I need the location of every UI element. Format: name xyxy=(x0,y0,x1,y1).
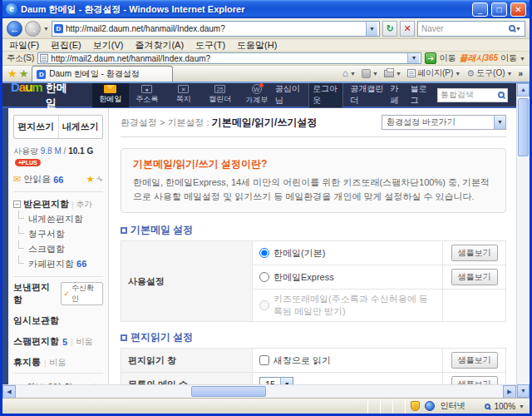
menu-help[interactable]: 도움말(H) xyxy=(237,39,277,52)
url-text[interactable]: http://mail2.daum.net/hanmail/Index.daum… xyxy=(66,24,363,33)
page-menu-button[interactable]: 페이지(P)▼ xyxy=(407,67,461,79)
collapse-icon[interactable]: − xyxy=(13,201,21,208)
daum-logo[interactable]: Daum 한메일 xyxy=(11,83,67,111)
select-dropdown-icon[interactable]: ▼ xyxy=(280,378,293,384)
feeds-button[interactable]: ▼ xyxy=(362,69,378,78)
checkbox-read-new-window[interactable] xyxy=(259,355,269,365)
search-icon[interactable] xyxy=(509,25,515,32)
menu-edit[interactable]: 편집(E) xyxy=(51,39,81,52)
scroll-left-arrow[interactable]: ◀ xyxy=(2,385,16,398)
flash365-action[interactable]: 이동 xyxy=(500,52,517,64)
link-blog[interactable]: 블로그 xyxy=(411,83,431,106)
sample-view-button[interactable]: 샘플보기 xyxy=(451,352,498,369)
security-shield-icon[interactable]: ! xyxy=(411,401,420,411)
tools-menu-button[interactable]: ⚙도구(O)▼ xyxy=(466,67,512,79)
vscroll-track[interactable] xyxy=(517,97,530,384)
menu-view[interactable]: 보기(V) xyxy=(93,39,124,52)
shortcut-dropdown-icon[interactable]: ▼ xyxy=(494,116,505,129)
search-options-icon[interactable]: ▼ xyxy=(515,26,521,32)
empty-spam-link[interactable]: 비움 xyxy=(76,336,92,348)
mail-count-select[interactable]: 15 ▼ xyxy=(259,377,293,384)
maximize-button[interactable]: □ xyxy=(491,2,507,17)
forward-button[interactable]: → xyxy=(25,21,41,37)
refresh-button[interactable]: ↻ xyxy=(382,21,397,37)
folder-trash[interactable]: 휴지통 | 비움 xyxy=(13,352,103,373)
checkbox-label[interactable]: 새창으로 읽기 xyxy=(273,354,331,367)
sample-view-button[interactable]: 샘플보기 xyxy=(451,269,498,285)
plus-badge[interactable]: +PLUS xyxy=(15,159,41,166)
nav-addressbook[interactable]: ● 주소록 xyxy=(129,83,165,107)
go-label[interactable]: 이동 xyxy=(439,52,456,64)
empty-trash-link[interactable]: 비움 xyxy=(49,357,66,369)
browser-search-value[interactable]: Naver xyxy=(421,24,509,33)
user-nickname[interactable]: 공심이님 xyxy=(275,83,302,106)
hscroll-thumb[interactable] xyxy=(191,386,266,397)
write-to-me-button[interactable]: 내게쓰기 xyxy=(59,116,103,138)
link-cafe[interactable]: 카페 xyxy=(390,83,403,106)
folder-draft[interactable]: 임시보관함 xyxy=(13,310,103,331)
home-button[interactable]: ⌂▼ xyxy=(342,67,356,79)
menu-file[interactable]: 파일(F) xyxy=(9,39,39,52)
attachment-filter-icon[interactable]: ✂ xyxy=(94,174,105,186)
page-menu-label[interactable]: 페이지(P) xyxy=(417,67,453,79)
nav-cashbook[interactable]: W 가계부 xyxy=(239,83,275,107)
radio-hanmail-basic[interactable] xyxy=(259,248,269,258)
zoom-dropdown-icon[interactable]: ▼ xyxy=(519,404,525,409)
vscroll-thumb[interactable] xyxy=(518,98,529,156)
toolbar-overflow-chevron[interactable]: » xyxy=(518,69,523,78)
flash365-dropdown-icon[interactable]: ▼ xyxy=(520,56,525,62)
radio-label[interactable]: 한메일Express xyxy=(273,271,334,284)
tools-menu-label[interactable]: 도구(O) xyxy=(476,67,505,79)
go-button[interactable]: ➔ 이동 xyxy=(425,52,456,64)
toolbar-url-dropdown-icon[interactable]: ▼ xyxy=(407,53,419,63)
link-public-calendar[interactable]: 공개캘린더 xyxy=(350,83,383,106)
receipt-check-badge[interactable]: ✓ 수신확인 xyxy=(61,282,103,305)
scroll-down-arrow[interactable]: ▼ xyxy=(517,384,530,398)
zoom-control[interactable]: 100% ▼ xyxy=(485,402,525,411)
unread-count[interactable]: 66 xyxy=(53,175,63,185)
hscroll-track[interactable] xyxy=(16,385,503,398)
back-button[interactable]: ← xyxy=(7,21,22,37)
flash365-toolbar-button[interactable]: 플래시365 이동 ▼ xyxy=(459,52,525,64)
scroll-right-arrow[interactable]: ▶ xyxy=(503,385,516,398)
vertical-scrollbar[interactable]: ▲ ▼ xyxy=(516,83,530,398)
unified-search-icon[interactable] xyxy=(498,92,505,98)
folder-cafe[interactable]: 카페편지함 66 xyxy=(13,255,103,270)
add-folder-link[interactable]: 추가 xyxy=(76,199,92,210)
menu-favorites[interactable]: 즐겨찾기(A) xyxy=(135,39,184,52)
folder-tome[interactable]: 내게쓴편지함 xyxy=(13,210,103,225)
logout-button[interactable]: 로그아웃 xyxy=(308,83,343,108)
tab-daum-hanmail[interactable]: D Daum 한메일 - 환경설정 xyxy=(32,66,173,82)
stop-button[interactable]: ✕ xyxy=(400,21,415,37)
browser-search-box[interactable]: Naver ▼ xyxy=(417,21,525,37)
starred-filter-icon[interactable]: ★ xyxy=(86,174,95,185)
unified-search-placeholder[interactable]: 통합검색 xyxy=(441,89,495,101)
horizontal-scrollbar[interactable]: ◀ ▶ xyxy=(2,384,516,398)
history-dropdown-icon[interactable]: ▼ xyxy=(43,26,49,32)
radio-hanmail-express[interactable] xyxy=(259,272,269,282)
unified-search-box[interactable]: 통합검색 xyxy=(437,88,508,102)
nav-note[interactable]: ✕ 쪽지 xyxy=(165,83,202,107)
close-button[interactable]: ✕ xyxy=(510,2,526,17)
external-mail-row[interactable]: ✉ 외부메일 확인 | 설정 xyxy=(13,379,103,384)
radio-label[interactable]: 한메일(기본) xyxy=(273,247,325,260)
sample-view-button[interactable]: 샘플보기 xyxy=(451,245,498,261)
print-button[interactable]: ▼ xyxy=(384,70,401,77)
favorites-center-icon[interactable]: ★ xyxy=(7,67,17,80)
folder-spam[interactable]: 스팸편지함 5 | 비움 xyxy=(13,331,103,352)
unread-label[interactable]: 안읽음 xyxy=(23,173,51,186)
sample-view-button[interactable]: 샘플보기 xyxy=(451,376,498,384)
folder-scrap[interactable]: 스크랩함 xyxy=(13,240,103,255)
nav-calendar[interactable]: 25 캘린더 xyxy=(202,83,239,107)
folder-inbox[interactable]: 받은편지함 xyxy=(23,198,69,210)
menu-tools[interactable]: 도구(T) xyxy=(195,39,225,52)
settings-shortcut-select[interactable]: 환경설정 바로가기 ▼ xyxy=(382,115,506,130)
toolbar-url-text[interactable]: http://mail2.daum.net/hanmail/Index.daum… xyxy=(51,54,405,63)
tab-title[interactable]: Daum 한메일 - 환경설정 xyxy=(49,68,139,80)
url-field[interactable]: D http://mail2.daum.net/hanmail/Index.da… xyxy=(52,21,380,37)
minimize-button[interactable]: _ xyxy=(472,2,488,17)
add-favorite-icon[interactable]: ★ xyxy=(19,67,29,80)
folder-sent[interactable]: 보낸편지함 ✓ 수신확인 xyxy=(13,277,103,310)
scroll-up-arrow[interactable]: ▲ xyxy=(517,83,530,97)
url-dropdown-icon[interactable]: ▼ xyxy=(366,22,377,36)
